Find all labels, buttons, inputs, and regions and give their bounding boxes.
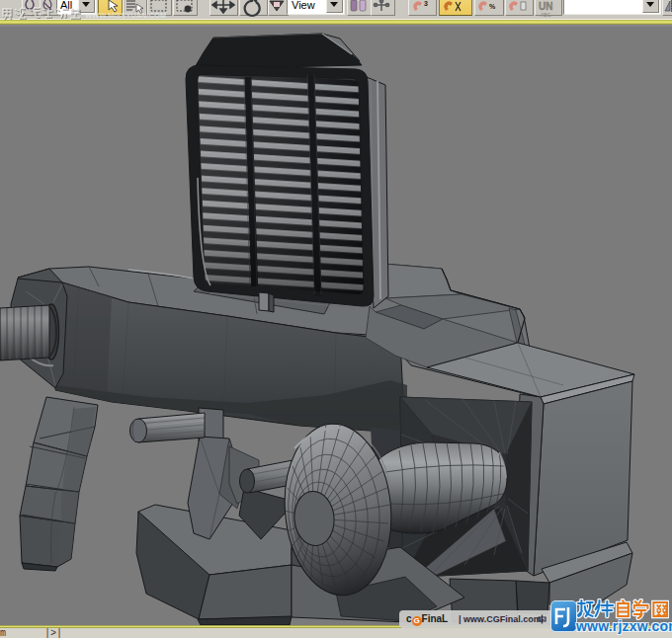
svg-text:WWW.MISSYUAN.COM: WWW.MISSYUAN.COM — [85, 11, 166, 20]
